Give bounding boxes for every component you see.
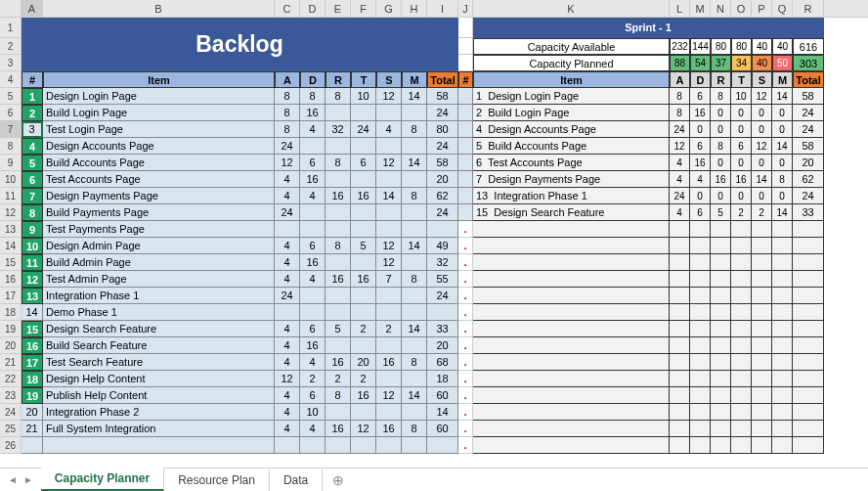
cell[interactable] — [793, 221, 824, 238]
cap-plan-s[interactable]: 40 — [752, 55, 772, 71]
backlog-num[interactable]: 9 — [22, 221, 43, 238]
cell[interactable] — [690, 221, 711, 238]
cell[interactable] — [670, 304, 690, 321]
sprint-s[interactable]: 0 — [752, 155, 772, 171]
status-dot[interactable] — [458, 188, 473, 204]
backlog-item[interactable]: Integration Phase 2 — [43, 404, 275, 421]
backlog-a[interactable]: 4 — [275, 188, 300, 204]
sprint-m[interactable]: 0 — [772, 155, 793, 171]
backlog-item[interactable]: Build Search Feature — [43, 337, 275, 354]
cell[interactable] — [670, 221, 690, 238]
cell[interactable] — [772, 354, 793, 371]
backlog-d[interactable]: 10 — [300, 404, 326, 421]
row-7[interactable]: 7 — [0, 121, 21, 138]
row-11[interactable]: 11 — [0, 188, 21, 204]
cell[interactable] — [793, 238, 824, 254]
backlog-m[interactable] — [402, 171, 427, 188]
cell[interactable] — [43, 437, 275, 454]
cell[interactable] — [772, 437, 793, 454]
backlog-r[interactable]: 16 — [326, 421, 351, 437]
backlog-r[interactable]: 16 — [326, 188, 351, 204]
cell[interactable] — [711, 254, 731, 271]
hdr-r-r[interactable]: R — [711, 71, 731, 88]
backlog-a[interactable]: 4 — [275, 337, 300, 354]
backlog-total[interactable]: 49 — [427, 238, 458, 254]
backlog-d[interactable]: 4 — [300, 421, 326, 437]
sprint-m[interactable]: 0 — [772, 188, 793, 204]
cap-avail-a[interactable]: 232 — [670, 38, 690, 55]
sprint-s[interactable]: 0 — [752, 105, 772, 121]
backlog-num[interactable]: 2 — [22, 105, 43, 121]
cell[interactable] — [690, 387, 711, 404]
backlog-r[interactable] — [326, 254, 351, 271]
backlog-a[interactable]: 8 — [275, 88, 300, 105]
backlog-r[interactable] — [326, 221, 351, 238]
backlog-m[interactable] — [402, 288, 427, 304]
backlog-item[interactable]: Design Admin Page — [43, 238, 275, 254]
backlog-m[interactable] — [402, 337, 427, 354]
backlog-num[interactable]: 5 — [22, 155, 43, 171]
cell[interactable] — [690, 238, 711, 254]
status-dot[interactable]: . — [458, 221, 473, 238]
cell[interactable] — [731, 337, 752, 354]
backlog-item[interactable]: Build Admin Page — [43, 254, 275, 271]
backlog-m[interactable]: 8 — [402, 188, 427, 204]
backlog-d[interactable]: 6 — [300, 155, 326, 171]
backlog-item[interactable]: Design Payments Page — [43, 188, 275, 204]
row-2[interactable]: 2 — [0, 38, 21, 55]
cell[interactable] — [793, 437, 824, 454]
sprint-t[interactable]: 10 — [731, 88, 752, 105]
cell[interactable] — [711, 271, 731, 288]
cell[interactable] — [473, 238, 670, 254]
sprint-r[interactable]: 0 — [711, 155, 731, 171]
backlog-total[interactable]: 68 — [427, 354, 458, 371]
sprint-d[interactable]: 4 — [690, 171, 711, 188]
status-dot[interactable]: . — [458, 271, 473, 288]
backlog-s[interactable]: 4 — [376, 121, 402, 138]
cell[interactable] — [752, 371, 772, 387]
sprint-a[interactable]: 12 — [670, 138, 690, 155]
backlog-t[interactable] — [351, 404, 376, 421]
cell[interactable] — [670, 271, 690, 288]
cap-plan-total[interactable]: 303 — [793, 55, 824, 71]
cell[interactable] — [711, 304, 731, 321]
col-J[interactable]: J — [458, 0, 473, 17]
backlog-t[interactable]: 5 — [351, 238, 376, 254]
cell[interactable] — [427, 437, 458, 454]
backlog-total[interactable]: 20 — [427, 337, 458, 354]
cell[interactable] — [752, 437, 772, 454]
backlog-d[interactable]: 4 — [300, 354, 326, 371]
backlog-d[interactable] — [300, 204, 326, 221]
backlog-item[interactable]: Test Accounts Page — [43, 171, 275, 188]
sprint-t[interactable]: 0 — [731, 105, 752, 121]
row-25[interactable]: 25 — [0, 421, 21, 437]
backlog-a[interactable]: 24 — [275, 288, 300, 304]
cell[interactable] — [772, 371, 793, 387]
status-dot[interactable] — [458, 121, 473, 138]
backlog-item[interactable]: Design Help Content — [43, 371, 275, 387]
backlog-item[interactable]: Test Admin Page — [43, 271, 275, 288]
backlog-d[interactable]: 6 — [300, 321, 326, 337]
sprint-d[interactable]: 16 — [690, 105, 711, 121]
backlog-a[interactable]: 4 — [275, 404, 300, 421]
sprint-total[interactable]: 62 — [793, 171, 824, 188]
cell[interactable] — [772, 387, 793, 404]
backlog-item[interactable]: Design Login Page — [43, 88, 275, 105]
cell[interactable] — [473, 421, 670, 437]
hdr-d[interactable]: D — [300, 71, 326, 88]
cell[interactable] — [793, 371, 824, 387]
sprint-r[interactable]: 0 — [711, 188, 731, 204]
sprint-item[interactable]: 4 Design Accounts Page — [473, 121, 670, 138]
cell[interactable] — [670, 238, 690, 254]
sprint-s[interactable]: 12 — [752, 138, 772, 155]
backlog-m[interactable]: 8 — [402, 121, 427, 138]
backlog-a[interactable]: 4 — [275, 387, 300, 404]
backlog-t[interactable] — [351, 254, 376, 271]
backlog-num[interactable]: 17 — [22, 354, 43, 371]
sprint-r[interactable]: 16 — [711, 171, 731, 188]
backlog-total[interactable]: 60 — [427, 421, 458, 437]
cell[interactable] — [376, 437, 402, 454]
sprint-a[interactable]: 8 — [670, 88, 690, 105]
backlog-s[interactable] — [376, 221, 402, 238]
backlog-t[interactable] — [351, 171, 376, 188]
